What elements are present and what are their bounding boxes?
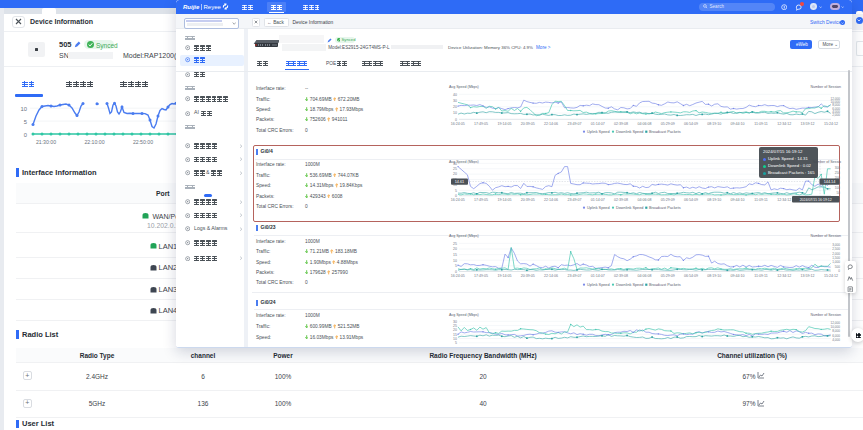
- svg-text:100: 100: [835, 186, 840, 190]
- svg-text:2,500: 2,500: [832, 247, 840, 251]
- svg-text:06:54:09: 06:54:09: [684, 198, 698, 202]
- svg-text:01:14:07: 01:14:07: [591, 274, 605, 278]
- svg-text:20: 20: [453, 105, 457, 109]
- svg-text:22:10:00: 22:10:00: [84, 139, 104, 145]
- svg-text:02:39:08: 02:39:08: [614, 122, 628, 126]
- svg-text:Downlink Speed: Downlink Speed: [616, 283, 643, 287]
- svg-text:14.61: 14.61: [455, 180, 465, 184]
- svg-text:Downlink Speed: Downlink Speed: [616, 206, 643, 210]
- svg-text:10: 10: [21, 106, 27, 112]
- svg-text:23:49:07: 23:49:07: [567, 274, 581, 278]
- svg-text:0: 0: [838, 269, 840, 273]
- svg-text:5: 5: [455, 264, 457, 268]
- svg-text:Number of Session: Number of Session: [810, 313, 841, 317]
- svg-text:05:29:09: 05:29:09: [661, 198, 675, 202]
- svg-text:08:19:10: 08:19:10: [707, 274, 721, 278]
- svg-text:20: 20: [453, 247, 457, 251]
- svg-text:1,500: 1,500: [832, 256, 840, 260]
- svg-text:Avg Speed (Mbps): Avg Speed (Mbps): [449, 234, 479, 238]
- svg-text:25: 25: [453, 167, 457, 171]
- svg-text:21:30:00: 21:30:00: [36, 139, 56, 145]
- svg-text:15:24:12: 15:24:12: [824, 122, 838, 126]
- svg-text:40: 40: [453, 93, 457, 97]
- svg-text:19:14:05: 19:14:05: [497, 198, 511, 202]
- svg-text:19:14:05: 19:14:05: [497, 274, 511, 278]
- svg-text:2,000: 2,000: [832, 252, 840, 256]
- svg-text:Avg Speed (Mbps): Avg Speed (Mbps): [449, 85, 479, 89]
- svg-text:04:06:08: 04:06:08: [637, 274, 651, 278]
- svg-text:144.14: 144.14: [824, 180, 836, 184]
- svg-text:17:49:05: 17:49:05: [474, 274, 488, 278]
- svg-text:17:49:05: 17:49:05: [474, 198, 488, 202]
- svg-text:Uplink Speed: Uplink Speed: [587, 283, 610, 287]
- svg-text:01:14:07: 01:14:07: [591, 198, 605, 202]
- svg-text:20:39:05: 20:39:05: [521, 122, 535, 126]
- svg-text:3,000: 3,000: [832, 243, 840, 247]
- svg-text:12:34:12: 12:34:12: [777, 198, 791, 202]
- svg-text:09:44:10: 09:44:10: [731, 122, 745, 126]
- svg-text:5: 5: [455, 341, 457, 345]
- svg-text:15: 15: [453, 253, 457, 257]
- svg-text:30: 30: [453, 99, 457, 103]
- svg-text:250: 250: [835, 171, 840, 175]
- svg-text:02:39:08: 02:39:08: [614, 274, 628, 278]
- svg-text:04:06:08: 04:06:08: [637, 198, 651, 202]
- svg-text:11:09:11: 11:09:11: [754, 274, 767, 278]
- svg-text:4,000: 4,000: [832, 338, 840, 342]
- svg-text:Downlink Speed: Downlink Speed: [616, 130, 643, 134]
- svg-text:01:14:07: 01:14:07: [591, 122, 605, 126]
- svg-text:500: 500: [835, 265, 840, 269]
- svg-text:06:54:09: 06:54:09: [684, 274, 698, 278]
- svg-text:16:24:05: 16:24:05: [451, 122, 465, 126]
- svg-text:02:39:08: 02:39:08: [614, 198, 628, 202]
- svg-text:16:24:05: 16:24:05: [451, 274, 465, 278]
- svg-text:50: 50: [837, 191, 841, 195]
- svg-text:06:54:09: 06:54:09: [684, 122, 698, 126]
- svg-text:22:14:06: 22:14:06: [544, 198, 558, 202]
- svg-text:11:09:11: 11:09:11: [754, 122, 767, 126]
- svg-text:2,000: 2,000: [832, 113, 840, 117]
- svg-text:Uplink Speed: Uplink Speed: [587, 206, 610, 210]
- svg-text:10: 10: [453, 259, 457, 263]
- svg-text:08:19:10: 08:19:10: [707, 198, 721, 202]
- svg-text:5: 5: [24, 119, 27, 125]
- svg-text:04:06:08: 04:06:08: [637, 122, 651, 126]
- svg-text:15:24:12: 15:24:12: [824, 274, 838, 278]
- svg-text:23:49:07: 23:49:07: [567, 122, 581, 126]
- svg-text:22:14:06: 22:14:06: [544, 274, 558, 278]
- svg-text:1,000: 1,000: [832, 260, 840, 264]
- svg-text:300: 300: [835, 166, 840, 170]
- svg-text:11:09:11: 11:09:11: [754, 198, 767, 202]
- svg-text:09:44:10: 09:44:10: [731, 198, 745, 202]
- svg-text:23:49:07: 23:49:07: [567, 198, 581, 202]
- svg-text:17:49:05: 17:49:05: [474, 122, 488, 126]
- svg-text:22:50:00: 22:50:00: [133, 139, 153, 145]
- svg-text:22:14:06: 22:14:06: [544, 122, 558, 126]
- svg-text:Uplink Speed: Uplink Speed: [587, 130, 610, 134]
- svg-text:08:19:10: 08:19:10: [707, 122, 721, 126]
- svg-text:12:34:12: 12:34:12: [777, 122, 791, 126]
- svg-text:Broadcast Packets: Broadcast Packets: [649, 283, 681, 287]
- svg-text:Broadcast Packets: Broadcast Packets: [649, 130, 681, 134]
- svg-text:13:59:12: 13:59:12: [801, 122, 815, 126]
- svg-text:13:59:12: 13:59:12: [801, 274, 815, 278]
- svg-text:05:29:09: 05:29:09: [661, 122, 675, 126]
- svg-text:Avg Speed (Mbps): Avg Speed (Mbps): [449, 313, 479, 317]
- svg-text:Number of Session: Number of Session: [810, 234, 841, 238]
- svg-text:12:34:12: 12:34:12: [777, 274, 791, 278]
- svg-text:09:44:10: 09:44:10: [731, 274, 745, 278]
- svg-text:16:24:05: 16:24:05: [451, 198, 465, 202]
- svg-text:19:14:05: 19:14:05: [497, 122, 511, 126]
- svg-text:10: 10: [453, 111, 457, 115]
- svg-text:05:29:09: 05:29:09: [661, 274, 675, 278]
- svg-text:Broadcast Packets: Broadcast Packets: [649, 206, 681, 210]
- svg-text:20: 20: [453, 172, 457, 176]
- svg-text:30: 30: [453, 162, 457, 166]
- svg-text:20:39:05: 20:39:05: [521, 274, 535, 278]
- svg-text:20:39:05: 20:39:05: [521, 198, 535, 202]
- svg-text:0: 0: [24, 132, 27, 138]
- svg-text:Number of Session: Number of Session: [810, 85, 841, 89]
- svg-text:5: 5: [455, 189, 457, 193]
- svg-text:25: 25: [453, 242, 457, 246]
- svg-text:2024/07/15 16:19:12: 2024/07/15 16:19:12: [800, 198, 832, 202]
